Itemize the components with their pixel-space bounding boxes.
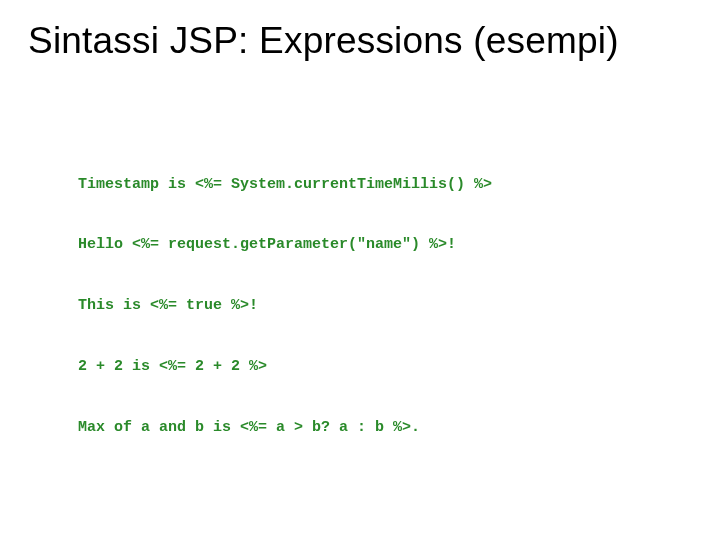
code-line: Max of a and b is <%= a > b? a : b %>. bbox=[78, 418, 692, 438]
slide-title: Sintassi JSP: Expressions (esempi) bbox=[28, 20, 692, 62]
code-line: Timestamp is <%= System.currentTimeMilli… bbox=[78, 175, 692, 195]
code-line: Hello <%= request.getParameter("name") %… bbox=[78, 235, 692, 255]
code-example-block: Timestamp is <%= System.currentTimeMilli… bbox=[78, 134, 692, 478]
slide-container: Sintassi JSP: Expressions (esempi) Times… bbox=[0, 0, 720, 540]
code-line: 2 + 2 is <%= 2 + 2 %> bbox=[78, 357, 692, 377]
code-line: This is <%= true %>! bbox=[78, 296, 692, 316]
